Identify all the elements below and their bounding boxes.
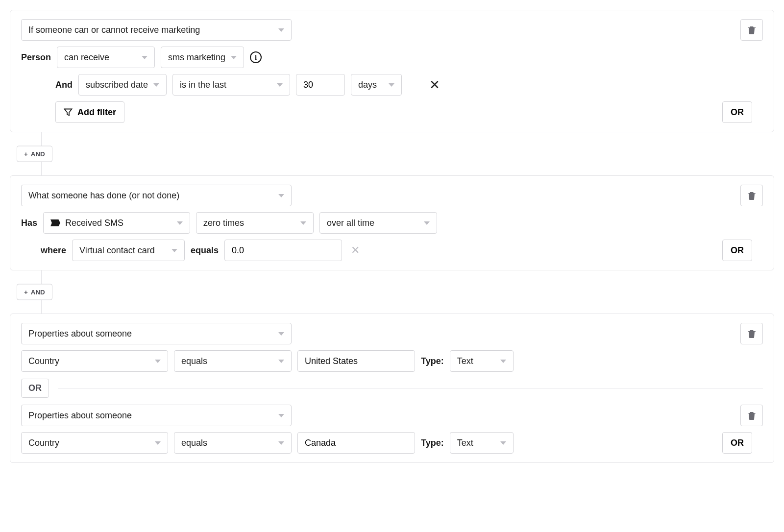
chevron-down-icon	[278, 441, 284, 445]
chevron-down-icon	[177, 221, 183, 225]
condition-type-label: What someone has done (or not done)	[28, 191, 179, 201]
and-label: AND	[31, 150, 45, 158]
chevron-down-icon	[278, 332, 284, 336]
or-button[interactable]: OR	[722, 101, 752, 123]
operator-select[interactable]: equals	[174, 350, 292, 372]
property-value-input[interactable]	[297, 432, 415, 454]
event-select[interactable]: Received SMS	[43, 212, 190, 234]
chevron-down-icon	[500, 360, 506, 363]
chevron-down-icon	[155, 360, 161, 363]
condition-type-select[interactable]: Properties about someone	[21, 323, 292, 344]
plus-icon: +	[24, 289, 28, 296]
timeframe-select[interactable]: over all time	[319, 212, 437, 234]
where-value-input[interactable]	[224, 240, 342, 261]
condition-type-select[interactable]: If someone can or cannot receive marketi…	[21, 19, 292, 41]
or-divider: OR	[21, 379, 763, 398]
equals-label: equals	[191, 245, 219, 256]
or-label: OR	[731, 107, 744, 118]
and-connector: + AND	[33, 270, 774, 314]
chevron-down-icon	[172, 249, 177, 252]
or-badge: OR	[21, 379, 49, 398]
add-and-button[interactable]: + AND	[17, 146, 52, 162]
date-unit-select[interactable]: days	[351, 74, 402, 96]
chevron-down-icon	[278, 194, 284, 197]
property-label: Country	[28, 356, 59, 366]
condition-type-label: If someone can or cannot receive marketi…	[28, 25, 200, 35]
condition-block-marketing: If someone can or cannot receive marketi…	[10, 10, 774, 132]
date-operator-select[interactable]: is in the last	[172, 74, 290, 96]
event-label: Received SMS	[65, 218, 123, 228]
condition-type-select[interactable]: What someone has done (or not done)	[21, 185, 292, 206]
property-label: Country	[28, 438, 59, 448]
remove-where-button[interactable]: ✕	[348, 245, 363, 256]
trash-icon	[748, 329, 756, 338]
chevron-down-icon	[300, 221, 306, 225]
type-label: Type:	[421, 438, 444, 448]
trash-icon	[748, 411, 756, 420]
remove-filter-button[interactable]: ✕	[426, 78, 443, 91]
property-select[interactable]: Country	[21, 350, 168, 372]
person-label: Person	[21, 52, 51, 63]
condition-block-activity: What someone has done (or not done) Has …	[10, 175, 774, 270]
chevron-down-icon	[278, 28, 284, 32]
where-label: where	[41, 245, 66, 256]
has-label: Has	[21, 218, 37, 228]
chevron-down-icon	[155, 441, 161, 445]
add-and-button[interactable]: + AND	[17, 284, 52, 300]
property-select[interactable]: Country	[21, 432, 168, 454]
trash-icon	[748, 25, 756, 34]
add-filter-label: Add filter	[77, 107, 116, 118]
condition-type-select[interactable]: Properties about someone	[21, 405, 292, 426]
where-property-select[interactable]: Virtual contact card	[72, 240, 185, 261]
chevron-down-icon	[142, 56, 147, 59]
where-property-label: Virtual contact card	[79, 245, 155, 256]
plus-icon: +	[24, 150, 28, 158]
type-value-label: Text	[457, 438, 473, 448]
type-select[interactable]: Text	[450, 350, 514, 372]
chevron-down-icon	[278, 360, 284, 363]
chevron-down-icon	[153, 83, 159, 87]
divider-line	[58, 388, 763, 388]
date-value-input[interactable]	[296, 74, 345, 96]
chevron-down-icon	[231, 56, 237, 59]
delete-block-button[interactable]	[740, 185, 763, 206]
chevron-down-icon	[424, 221, 430, 225]
operator-label: equals	[181, 438, 207, 448]
times-label: zero times	[203, 218, 244, 228]
can-receive-label: can receive	[64, 52, 109, 63]
or-button[interactable]: OR	[722, 432, 752, 454]
add-filter-button[interactable]: Add filter	[55, 101, 124, 123]
info-icon[interactable]: i	[250, 51, 262, 63]
or-label: OR	[731, 438, 744, 448]
chevron-down-icon	[278, 414, 284, 417]
channel-select[interactable]: sms marketing	[161, 47, 244, 68]
trash-icon	[748, 191, 756, 200]
times-select[interactable]: zero times	[196, 212, 314, 234]
or-label: OR	[731, 245, 744, 256]
can-receive-select[interactable]: can receive	[57, 47, 155, 68]
property-value-input[interactable]	[297, 350, 415, 372]
and-label: And	[55, 80, 73, 90]
tag-icon	[50, 219, 60, 226]
type-select[interactable]: Text	[450, 432, 514, 454]
operator-select[interactable]: equals	[174, 432, 292, 454]
date-field-select[interactable]: subscribed date	[78, 74, 167, 96]
delete-block-button[interactable]	[740, 323, 763, 344]
or-button[interactable]: OR	[722, 240, 752, 261]
chevron-down-icon	[500, 441, 506, 445]
condition-block-properties: Properties about someone Country equals …	[10, 314, 774, 463]
timeframe-label: over all time	[327, 218, 374, 228]
date-operator-label: is in the last	[180, 80, 226, 90]
type-label: Type:	[421, 356, 444, 366]
funnel-icon	[64, 108, 73, 117]
operator-label: equals	[181, 356, 207, 366]
type-value-label: Text	[457, 356, 473, 366]
condition-type-label: Properties about someone	[28, 411, 132, 421]
delete-block-button[interactable]	[740, 19, 763, 41]
date-unit-label: days	[358, 80, 377, 90]
channel-label: sms marketing	[168, 52, 225, 63]
and-label: AND	[31, 289, 45, 296]
delete-rule-button[interactable]	[740, 405, 763, 426]
condition-type-label: Properties about someone	[28, 329, 132, 339]
chevron-down-icon	[277, 83, 283, 87]
